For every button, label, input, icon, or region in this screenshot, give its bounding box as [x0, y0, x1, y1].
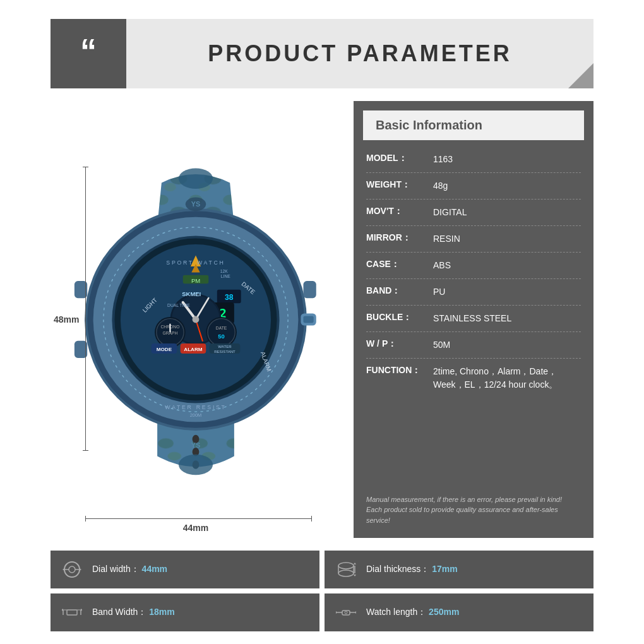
- dimension-height-indicator: [85, 167, 86, 451]
- svg-marker-85: [354, 563, 356, 564]
- svg-point-3: [179, 169, 213, 189]
- dial-thickness-text: Dial thickness： 17mm: [366, 564, 458, 575]
- info-row-weight: WEIGHT： 48g: [366, 173, 581, 200]
- specs-grid: Dial width： 44mm Dial thickness： 17mm: [51, 551, 593, 631]
- band-width-text: Band Width： 18mm: [92, 607, 175, 618]
- svg-marker-86: [354, 575, 356, 576]
- svg-rect-87: [67, 610, 77, 615]
- spec-dial-width: Dial width： 44mm: [51, 551, 319, 588]
- info-row-function: FUNCTION： 2time, Chrono，Alarm，Date，Week，…: [366, 359, 581, 398]
- dial-thickness-label: Dial thickness：: [366, 564, 429, 574]
- svg-point-81: [338, 570, 354, 576]
- dial-width-text: Dial width： 44mm: [92, 564, 167, 575]
- svg-point-80: [338, 563, 354, 569]
- info-row-band: BAND： PU: [366, 279, 581, 306]
- label-model: MODEL：: [366, 153, 429, 164]
- svg-marker-98: [336, 611, 337, 614]
- svg-rect-61: [303, 316, 313, 323]
- svg-text:RESISTANT: RESISTANT: [214, 349, 236, 354]
- svg-text:ALARM: ALARM: [184, 347, 203, 352]
- watch-diagram: 48mm 44mm: [51, 101, 341, 538]
- value-movt: DIGITAL: [433, 206, 467, 219]
- svg-text:LINE: LINE: [221, 274, 231, 278]
- info-panel: Basic Information MODEL： 1163 WEIGHT： 48…: [354, 101, 593, 538]
- page-container: “ PRODUCT PARAMETER 48mm 44mm: [0, 0, 644, 644]
- header-corner-decoration: [568, 63, 593, 88]
- dimension-width-label: 44mm: [183, 523, 208, 533]
- watch-length-value: 250mm: [429, 607, 459, 617]
- svg-text:WATER: WATER: [218, 344, 232, 349]
- label-function: FUNCTION：: [366, 365, 429, 376]
- dial-width-label: Dial width：: [92, 564, 140, 574]
- svg-marker-78: [63, 568, 64, 571]
- svg-text:DATE: DATE: [216, 326, 227, 330]
- spec-dial-thickness: Dial thickness： 17mm: [325, 551, 593, 588]
- watch-length-label: Watch length：: [366, 607, 426, 617]
- label-mirror: MIRROR：: [366, 232, 429, 244]
- watch-illustration: PM 38 10:32: [51, 101, 341, 538]
- band-width-icon: [61, 601, 83, 624]
- dial-thickness-icon: [335, 558, 357, 581]
- info-row-wp: W / P： 50M: [366, 332, 581, 359]
- basic-info-title: Basic Information: [376, 118, 482, 132]
- spec-band-width: Band Width： 18mm: [51, 593, 319, 631]
- quote-box: “: [51, 19, 126, 88]
- svg-text:12K: 12K: [220, 269, 229, 273]
- svg-rect-64: [303, 281, 316, 298]
- value-mirror: RESIN: [433, 232, 460, 246]
- info-row-movt: MOV'T： DIGITAL: [366, 200, 581, 226]
- info-row-case: CASE： ABS: [366, 253, 581, 279]
- band-width-value: 18mm: [149, 607, 174, 617]
- value-case: ABS: [433, 259, 451, 272]
- svg-text:PM: PM: [191, 277, 200, 284]
- svg-marker-90: [62, 609, 63, 611]
- note-line-1: Manual measurement, if there is an error…: [366, 494, 581, 505]
- watch-length-text: Watch length： 250mm: [366, 607, 459, 618]
- svg-text:YS: YS: [191, 200, 200, 208]
- info-note: Manual measurement, if there is an error…: [354, 488, 593, 529]
- value-function: 2time, Chrono，Alarm，Date，Week，EL，12/24 h…: [433, 365, 581, 391]
- main-content: 48mm 44mm: [51, 101, 593, 538]
- dial-width-value: 44mm: [142, 564, 167, 574]
- svg-text:50: 50: [218, 333, 225, 340]
- label-case: CASE：: [366, 259, 429, 270]
- header-bar: “ PRODUCT PARAMETER: [51, 19, 593, 88]
- value-band: PU: [433, 285, 445, 299]
- svg-text:WATER RESIST: WATER RESIST: [165, 404, 226, 410]
- value-buckle: STAINLESS STEEL: [433, 312, 511, 325]
- svg-text:YS: YS: [191, 441, 200, 449]
- svg-text:SPORT WATCH: SPORT WATCH: [166, 259, 225, 266]
- dial-thickness-value: 17mm: [432, 564, 457, 574]
- svg-text:38: 38: [225, 293, 234, 302]
- dimension-width-line: [85, 518, 312, 519]
- dimension-height-label: 48mm: [54, 314, 79, 325]
- label-band: BAND：: [366, 285, 429, 297]
- svg-text:SKMEI: SKMEI: [182, 290, 201, 297]
- value-weight: 48g: [433, 179, 448, 193]
- svg-text:MODE: MODE: [157, 347, 172, 352]
- note-line-2: Each product sold to provide quality ass…: [366, 504, 581, 525]
- svg-marker-79: [80, 568, 81, 571]
- quote-mark: “: [80, 34, 97, 67]
- svg-text:200M: 200M: [190, 412, 202, 418]
- info-row-buckle: BUCKLE： STAINLESS STEEL: [366, 306, 581, 332]
- info-rows-container: MODEL： 1163 WEIGHT： 48g MOV'T： DIGITAL M…: [354, 140, 593, 488]
- value-wp: 50M: [433, 338, 450, 352]
- label-movt: MOV'T：: [366, 206, 429, 217]
- svg-point-75: [69, 566, 75, 573]
- page-title: PRODUCT PARAMETER: [126, 40, 593, 67]
- spec-watch-length: Watch length： 250mm: [325, 593, 593, 631]
- info-row-mirror: MIRROR： RESIN: [366, 226, 581, 253]
- svg-marker-99: [355, 611, 356, 614]
- band-width-label: Band Width：: [92, 607, 146, 617]
- dial-width-icon: [61, 558, 83, 581]
- watch-length-icon: [335, 601, 357, 624]
- info-row-model: MODEL： 1163: [366, 146, 581, 173]
- value-model: 1163: [433, 153, 453, 166]
- info-title-bar: Basic Information: [363, 110, 584, 140]
- label-buckle: BUCKLE：: [366, 312, 429, 323]
- svg-point-39: [193, 316, 200, 323]
- svg-marker-91: [81, 609, 82, 611]
- label-weight: WEIGHT：: [366, 179, 429, 191]
- label-wp: W / P：: [366, 338, 429, 350]
